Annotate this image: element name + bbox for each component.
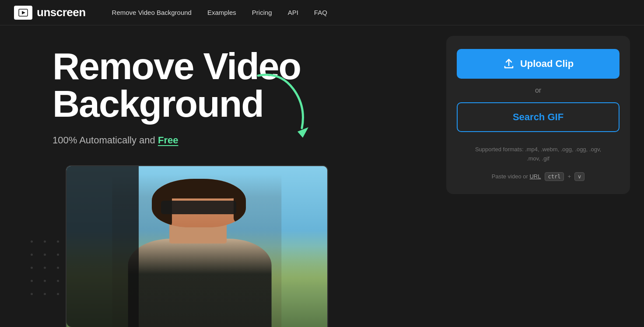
- upload-icon: [503, 58, 515, 70]
- search-gif-button[interactable]: Search GIF: [457, 102, 620, 132]
- nav-links: Remove Video Background Examples Pricing…: [112, 9, 327, 17]
- nav-link-remove[interactable]: Remove Video Background: [112, 9, 192, 16]
- or-divider: or: [535, 87, 541, 94]
- url-link[interactable]: URL: [529, 173, 541, 180]
- search-gif-label: Search GIF: [513, 111, 564, 123]
- logo-link[interactable]: unscreen: [14, 6, 86, 20]
- arrow-decoration: [245, 67, 332, 154]
- navbar: unscreen Remove Video Background Example…: [0, 0, 644, 25]
- nav-link-pricing[interactable]: Pricing: [252, 9, 272, 16]
- logo-icon: [14, 6, 32, 20]
- kbd-v: v: [574, 172, 584, 181]
- upload-clip-button[interactable]: Upload Clip: [457, 49, 620, 79]
- paste-label: Paste video or URL: [492, 173, 541, 180]
- svg-marker-1: [22, 11, 25, 14]
- nav-link-faq[interactable]: FAQ: [314, 9, 327, 16]
- main-content: Remove Video Background 100% Automatical…: [0, 25, 644, 327]
- svg-marker-2: [298, 127, 308, 138]
- paste-row: Paste video or URL ctrl + v: [492, 172, 584, 181]
- supported-formats: Supported formats: .mp4, .webm, .ogg, .o…: [475, 145, 601, 164]
- nav-link-examples[interactable]: Examples: [207, 9, 236, 16]
- action-panel: Upload Clip or Search GIF Supported form…: [446, 36, 630, 194]
- paste-plus: +: [567, 173, 571, 180]
- video-preview: [66, 165, 328, 327]
- upload-clip-label: Upload Clip: [520, 58, 574, 70]
- nav-link-api[interactable]: API: [288, 9, 298, 16]
- logo-text: unscreen: [37, 6, 86, 19]
- hero-section: Remove Video Background 100% Automatical…: [0, 25, 446, 327]
- kbd-ctrl: ctrl: [545, 172, 564, 181]
